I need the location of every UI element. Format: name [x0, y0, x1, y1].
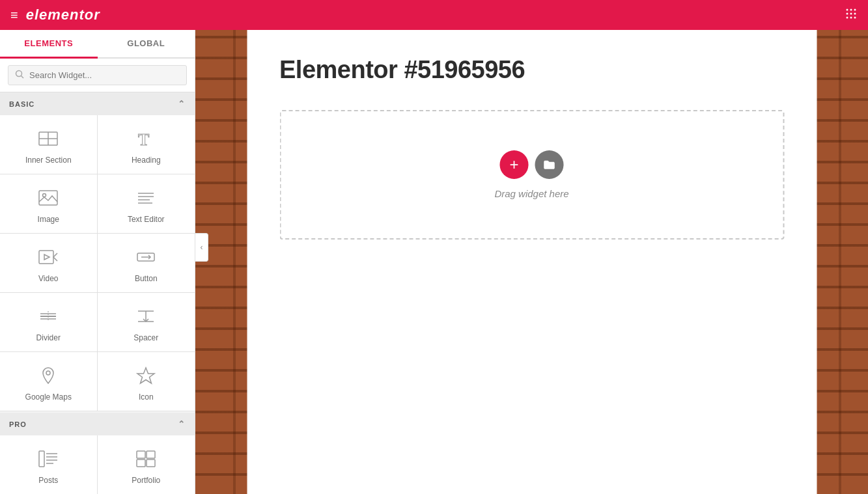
- widget-video-label: Video: [38, 274, 58, 283]
- widget-divider[interactable]: Divider: [0, 293, 98, 352]
- main-layout: ELEMENTS GLOBAL BASIC ⌃: [0, 30, 868, 494]
- widget-divider-label: Divider: [36, 333, 61, 342]
- widget-image[interactable]: Image: [0, 174, 98, 234]
- widget-image-label: Image: [38, 215, 59, 224]
- search-box: [0, 59, 195, 92]
- canvas-background: Elementor #51965956 + Drag widget here: [195, 30, 868, 494]
- sidebar-tabs: ELEMENTS GLOBAL: [0, 30, 195, 59]
- svg-point-0: [847, 8, 848, 10]
- pro-section-label: PRO: [9, 420, 27, 428]
- widget-google-maps[interactable]: Google Maps: [0, 352, 98, 411]
- icon-widget-icon: [135, 364, 156, 387]
- drop-zone-buttons: +: [500, 150, 564, 179]
- widget-google-maps-label: Google Maps: [25, 392, 72, 402]
- image-icon: [38, 186, 59, 210]
- pro-chevron-icon: ⌃: [178, 419, 186, 429]
- basic-section-label: BASIC: [9, 100, 35, 108]
- svg-rect-15: [39, 191, 57, 205]
- widget-button[interactable]: Button: [98, 234, 195, 293]
- svg-point-1: [850, 8, 852, 10]
- collapse-sidebar-button[interactable]: ‹: [195, 233, 208, 262]
- widget-spacer-label: Spacer: [133, 333, 158, 342]
- svg-point-7: [850, 16, 852, 18]
- topbar-right: [845, 7, 858, 23]
- drop-zone: + Drag widget here: [279, 110, 784, 240]
- posts-icon: [38, 447, 59, 471]
- inner-section-icon: [38, 127, 59, 150]
- button-icon: [135, 245, 156, 269]
- svg-rect-41: [137, 460, 145, 467]
- widget-inner-section-label: Inner Section: [25, 156, 72, 165]
- page-content: Elementor #51965956 + Drag widget here: [247, 30, 817, 494]
- canvas-area: Elementor #51965956 + Drag widget here: [195, 30, 868, 494]
- widget-button-label: Button: [135, 274, 158, 283]
- search-inner: [8, 65, 187, 85]
- svg-point-3: [847, 12, 848, 14]
- divider-icon: [38, 305, 59, 328]
- search-input[interactable]: [29, 70, 180, 80]
- svg-rect-40: [147, 451, 155, 458]
- topbar: ≡ elementor: [0, 0, 868, 30]
- template-folder-button[interactable]: [535, 150, 564, 179]
- basic-widget-grid: Inner Section T Heading: [0, 115, 195, 411]
- svg-rect-39: [137, 451, 145, 458]
- svg-marker-33: [137, 368, 154, 383]
- svg-rect-34: [39, 451, 44, 467]
- pro-section-header[interactable]: PRO ⌃: [0, 413, 195, 435]
- elementor-logo: elementor: [26, 7, 100, 23]
- svg-point-9: [16, 71, 22, 77]
- widget-text-editor-label: Text Editor: [128, 215, 165, 224]
- widget-video[interactable]: Video: [0, 234, 98, 293]
- widget-text-editor[interactable]: Text Editor: [98, 174, 195, 234]
- svg-line-10: [21, 76, 24, 79]
- text-editor-icon: [135, 186, 156, 210]
- svg-point-8: [854, 16, 856, 18]
- spacer-icon: [135, 305, 156, 328]
- widget-posts-label: Posts: [38, 476, 58, 485]
- tab-elements[interactable]: ELEMENTS: [0, 30, 98, 59]
- basic-section-header[interactable]: BASIC ⌃: [0, 92, 195, 115]
- svg-point-32: [46, 371, 50, 375]
- widget-spacer[interactable]: Spacer: [98, 293, 195, 352]
- svg-rect-21: [39, 251, 53, 264]
- search-icon: [15, 70, 24, 81]
- svg-point-5: [854, 12, 856, 14]
- grid-icon[interactable]: [845, 7, 858, 23]
- svg-point-2: [854, 8, 856, 10]
- sidebar: ELEMENTS GLOBAL BASIC ⌃: [0, 30, 195, 494]
- drop-zone-text: Drag widget here: [494, 188, 568, 199]
- widget-icon-label: Icon: [139, 392, 154, 402]
- widget-icon[interactable]: Icon: [98, 352, 195, 411]
- widget-portfolio-label: Portfolio: [132, 476, 160, 485]
- page-title: Elementor #51965956: [279, 56, 784, 84]
- add-widget-button[interactable]: +: [500, 150, 529, 179]
- svg-point-6: [847, 16, 848, 18]
- svg-point-16: [43, 194, 46, 197]
- google-maps-icon: [38, 364, 59, 387]
- widget-portfolio[interactable]: Portfolio: [98, 435, 195, 494]
- svg-marker-22: [44, 254, 49, 260]
- hamburger-icon[interactable]: ≡: [10, 8, 18, 23]
- pro-widget-grid: Posts Portfolio: [0, 435, 195, 494]
- topbar-left: ≡ elementor: [10, 7, 100, 23]
- widget-heading-label: Heading: [132, 156, 161, 165]
- basic-chevron-icon: ⌃: [178, 99, 186, 109]
- svg-rect-42: [147, 460, 155, 467]
- svg-point-4: [850, 12, 852, 14]
- video-icon: [38, 245, 59, 269]
- widget-posts[interactable]: Posts: [0, 435, 98, 494]
- widget-heading[interactable]: T Heading: [98, 115, 195, 174]
- portfolio-icon: [135, 447, 156, 471]
- svg-text:T: T: [138, 130, 149, 149]
- heading-icon: T: [135, 127, 156, 150]
- widget-inner-section[interactable]: Inner Section: [0, 115, 98, 174]
- tab-global[interactable]: GLOBAL: [98, 30, 195, 57]
- pro-section: PRO ⌃ Posts: [0, 413, 195, 494]
